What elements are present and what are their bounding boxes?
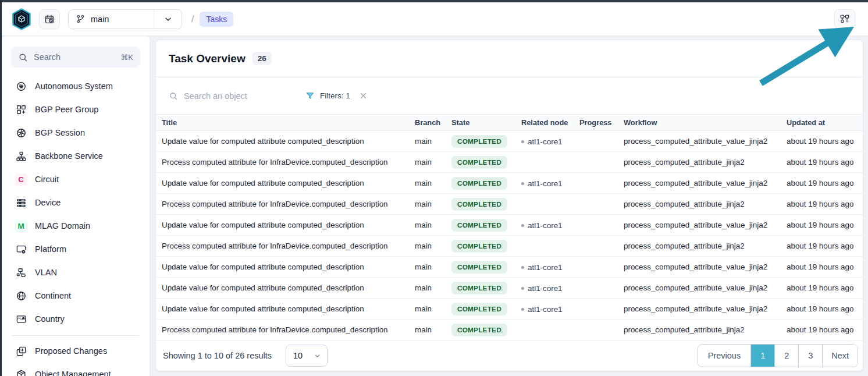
sidebar-item-bgp-session[interactable]: BGP Session <box>11 121 140 144</box>
sidebar-search[interactable]: Search ⌘K <box>11 47 140 68</box>
col-branch: Branch <box>410 115 447 131</box>
sidebar-item-device[interactable]: Device <box>11 191 140 214</box>
filters-indicator[interactable]: Filters: 1 <box>305 91 368 101</box>
task-branch: main <box>410 299 447 320</box>
clear-filters-button[interactable] <box>359 91 368 100</box>
node-dot-icon <box>521 266 524 269</box>
branch-selector[interactable]: main <box>68 9 182 29</box>
sidebar-item-label: MLAG Domain <box>35 221 90 230</box>
table-row[interactable]: Process computed attribute for InfraDevi… <box>156 236 863 257</box>
git-branch-icon <box>76 14 86 24</box>
sidebar-nav: Autonomous System BGP Peer Group BGP Ses… <box>11 75 140 376</box>
task-progress <box>575 278 619 299</box>
task-title: Process computed attribute for InfraDevi… <box>156 236 410 257</box>
branch-name: main <box>91 15 109 24</box>
task-branch: main <box>410 194 447 215</box>
table-row[interactable]: Process computed attribute for InfraDevi… <box>156 320 863 340</box>
previous-page-button[interactable]: Previous <box>698 345 750 367</box>
table-row[interactable]: Update value for computed attribute comp… <box>156 278 863 299</box>
table-row[interactable]: Process computed attribute for InfraDevi… <box>156 152 863 173</box>
task-title: Update value for computed attribute comp… <box>156 173 410 194</box>
table-row[interactable]: Update value for computed attribute comp… <box>156 131 863 152</box>
related-node: atl1-core1 <box>528 137 563 146</box>
object-search-input[interactable]: Search an object <box>169 91 282 101</box>
app-logo[interactable] <box>11 8 32 31</box>
sidebar-item-vlan[interactable]: VLAN <box>11 261 140 284</box>
table-row[interactable]: Update value for computed attribute comp… <box>156 215 863 236</box>
status-badge: COMPLETED <box>451 198 507 211</box>
filter-bar: Search an object Filters: 1 <box>156 77 863 114</box>
sidebar-item-autonomous-system[interactable]: Autonomous System <box>11 75 140 98</box>
task-title: Update value for computed attribute comp… <box>156 299 410 320</box>
sidebar-item-label: BGP Peer Group <box>35 105 98 114</box>
table-row[interactable]: Update value for computed attribute comp… <box>156 257 863 278</box>
breadcrumb-separator: / <box>191 14 194 24</box>
task-branch: main <box>410 173 447 194</box>
table-row[interactable]: Update value for computed attribute comp… <box>156 173 863 194</box>
task-workflow: process_computed_attribute_value_jinja2 <box>619 257 782 278</box>
task-updated: about 19 hours ago <box>782 131 863 152</box>
tasks-table: Title Branch State Related node Progress… <box>156 114 863 340</box>
task-workflow: process_computed_attribute_jinja2 <box>619 152 782 173</box>
node-dot-icon <box>521 182 524 185</box>
chevron-down-icon <box>314 352 321 360</box>
sidebar-item-object-management[interactable]: Object Management <box>11 363 140 376</box>
page-1-button[interactable]: 1 <box>750 345 774 367</box>
sidebar-item-label: Object Management <box>35 370 111 376</box>
sidebar-item-backbone-service[interactable]: Backbone Service <box>11 144 140 168</box>
task-branch: main <box>410 278 447 299</box>
related-node: atl1-core1 <box>528 305 563 314</box>
related-node: atl1-core1 <box>528 284 563 293</box>
sidebar-item-proposed-changes[interactable]: Proposed Changes <box>11 339 140 363</box>
task-workflow: process_computed_attribute_value_jinja2 <box>619 278 782 299</box>
time-travel-button[interactable] <box>39 9 60 29</box>
table-row[interactable]: Process computed attribute for InfraDevi… <box>156 194 863 215</box>
page-3-button[interactable]: 3 <box>798 345 822 367</box>
sidebar-item-label: Circuit <box>35 175 59 184</box>
results-summary: Showing 1 to 10 of 26 results <box>163 351 272 360</box>
sidebar-item-continent[interactable]: Continent <box>11 284 140 307</box>
task-branch: main <box>410 131 447 152</box>
branch-selector-value[interactable]: main <box>69 14 154 24</box>
schema-button[interactable] <box>834 9 855 29</box>
task-updated: about 19 hours ago <box>782 236 863 257</box>
bgp-peer-group-icon <box>15 103 27 116</box>
status-badge: COMPLETED <box>451 303 507 315</box>
sidebar-item-country[interactable]: Country <box>11 307 140 331</box>
sidebar-item-label: Backbone Service <box>35 151 103 161</box>
status-badge: COMPLETED <box>451 240 507 253</box>
page-2-button[interactable]: 2 <box>774 345 798 367</box>
table-row[interactable]: Update value for computed attribute comp… <box>156 299 863 320</box>
col-related-node: Related node <box>517 115 575 131</box>
task-updated: about 19 hours ago <box>782 299 863 320</box>
breadcrumb-tasks[interactable]: Tasks <box>200 12 233 27</box>
task-progress <box>575 173 619 194</box>
page-size-select[interactable]: 10 <box>286 345 328 367</box>
window-edge-top <box>0 0 868 2</box>
task-progress <box>575 131 619 152</box>
task-branch: main <box>410 236 447 257</box>
task-updated: about 19 hours ago <box>782 278 863 299</box>
chevron-down-icon <box>163 15 173 24</box>
branch-selector-caret[interactable] <box>154 10 182 29</box>
sidebar-item-circuit[interactable]: C Circuit <box>11 168 140 191</box>
next-page-button[interactable]: Next <box>822 345 858 367</box>
bgp-session-icon <box>15 126 27 139</box>
sidebar-item-platform[interactable]: Platform <box>11 237 140 261</box>
globe-icon <box>15 289 27 302</box>
device-icon <box>15 196 27 209</box>
col-progress: Progress <box>575 115 619 131</box>
object-search-placeholder: Search an object <box>184 91 247 101</box>
task-progress <box>575 257 619 278</box>
sidebar-item-mlag-domain[interactable]: M MLAG Domain <box>11 214 140 237</box>
node-dot-icon <box>521 308 524 311</box>
task-progress <box>575 320 619 340</box>
status-badge: COMPLETED <box>451 282 507 295</box>
sidebar-item-bgp-peer-group[interactable]: BGP Peer Group <box>11 98 140 121</box>
table-header-row: Title Branch State Related node Progress… <box>156 115 863 131</box>
task-title: Update value for computed attribute comp… <box>156 131 410 152</box>
app-logo-icon <box>12 8 31 30</box>
sidebar-item-label: BGP Session <box>35 128 85 137</box>
task-progress <box>575 215 619 236</box>
task-workflow: process_computed_attribute_value_jinja2 <box>619 131 782 152</box>
